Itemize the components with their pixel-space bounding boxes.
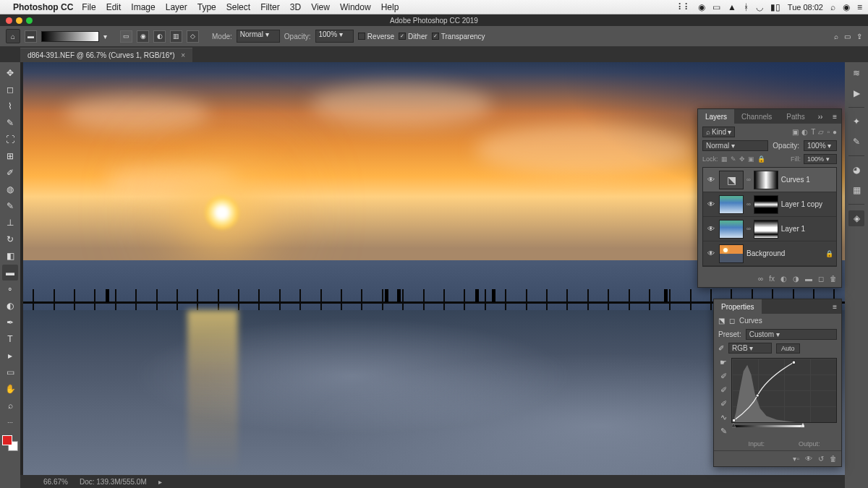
foreground-color[interactable]	[2, 435, 12, 445]
spotlight-icon[interactable]: ⌕	[830, 2, 835, 12]
share-icon[interactable]: ⇪	[856, 33, 862, 40]
lock-paint-icon[interactable]: ✎	[731, 155, 736, 163]
display-icon[interactable]: ▭	[712, 2, 720, 12]
path-select-tool[interactable]: ▸	[2, 348, 18, 364]
filter-adjust-icon[interactable]: ◐	[801, 128, 808, 136]
edit-toolbar-button[interactable]: ⋯	[2, 414, 18, 430]
dither-checkbox[interactable]: ✓Dither	[399, 33, 427, 40]
reverse-checkbox[interactable]: Reverse	[358, 33, 394, 40]
minimize-window-button[interactable]	[16, 17, 22, 24]
edit-points-icon[interactable]: ∿	[720, 413, 727, 422]
visibility-icon[interactable]: 👁	[706, 176, 716, 184]
layer-mask-thumb[interactable]	[754, 195, 778, 214]
mask-mode-icon[interactable]: ◻	[729, 317, 735, 325]
filter-type-icon[interactable]: T	[811, 128, 815, 136]
opacity-input[interactable]: 100% ▾	[315, 30, 354, 43]
menu-edit[interactable]: Edit	[106, 2, 122, 12]
color-swatches[interactable]	[2, 435, 18, 451]
curves-graph[interactable]	[731, 358, 837, 423]
link-icon[interactable]: ∞	[746, 226, 751, 232]
mask-icon[interactable]: ◐	[780, 275, 787, 283]
gradient-preview[interactable]	[41, 31, 99, 42]
eyedropper-icon[interactable]: ✐	[718, 344, 724, 352]
quick-select-tool[interactable]: ✎	[2, 115, 18, 131]
layer-thumb[interactable]	[719, 244, 744, 263]
layer-mask-thumb[interactable]	[754, 220, 778, 239]
gradient-dropdown-icon[interactable]: ▾	[103, 33, 107, 40]
reflected-gradient-button[interactable]: ▥	[170, 30, 182, 43]
cc-icon[interactable]: ◉	[698, 2, 705, 12]
layer-mask-thumb[interactable]	[754, 171, 778, 189]
swatches-panel-icon[interactable]: ▦	[848, 182, 864, 198]
eraser-tool[interactable]: ◧	[2, 248, 18, 264]
layer-filter-select[interactable]: ⌕ Kind ▾	[702, 127, 735, 137]
collapse-icon[interactable]: ››	[814, 113, 827, 121]
clip-icon[interactable]: ▾▫	[793, 455, 799, 463]
delete-layer-icon[interactable]: 🗑	[830, 275, 837, 283]
layer-row[interactable]: 👁 ⬔ ∞ Curves 1	[703, 168, 836, 192]
blend-mode-select[interactable]: Normal ▾	[237, 30, 280, 43]
battery-icon[interactable]: ▮▯	[770, 2, 780, 12]
link-icon[interactable]: ∞	[746, 176, 751, 183]
pen-tool[interactable]: ✒	[2, 314, 18, 330]
lock-trans-icon[interactable]: ▦	[721, 155, 728, 163]
zoom-window-button[interactable]	[26, 17, 33, 24]
frame-tool[interactable]: ⊞	[2, 148, 18, 164]
search-icon[interactable]: ⌕	[834, 33, 838, 40]
menu-file[interactable]: File	[82, 2, 95, 12]
menu-image[interactable]: Image	[131, 2, 155, 12]
menu-3d[interactable]: 3D	[290, 2, 301, 12]
marquee-tool[interactable]: ◻	[2, 82, 18, 98]
close-window-button[interactable]	[6, 17, 12, 24]
layers-panel-icon[interactable]: ◈	[848, 210, 864, 226]
close-tab-icon[interactable]: ×	[181, 51, 185, 59]
dropbox-icon[interactable]: ⠇⠇	[678, 2, 691, 12]
visibility-icon[interactable]: 👁	[706, 225, 716, 233]
eyedropper-tool[interactable]: ✐	[2, 165, 18, 181]
document-tab[interactable]: d864-391.NEF @ 66.7% (Curves 1, RGB/16*)…	[20, 48, 192, 62]
fx-icon[interactable]: fx	[769, 275, 775, 283]
app-menu[interactable]: Photoshop CC	[13, 2, 73, 12]
panel-menu-icon[interactable]: ≡	[828, 303, 841, 311]
shape-tool[interactable]: ▭	[2, 364, 18, 380]
layer-name[interactable]: Layer 1	[781, 225, 833, 233]
healing-tool[interactable]: ◍	[2, 181, 18, 197]
home-button[interactable]: ⌂	[6, 29, 20, 43]
gradient-tool[interactable]: ▬	[2, 265, 18, 281]
brushes-panel-icon[interactable]: ✦	[848, 114, 864, 129]
filter-toggle-icon[interactable]: ●	[833, 128, 837, 136]
layer-thumb[interactable]	[719, 220, 744, 239]
menu-help[interactable]: Help	[381, 2, 399, 12]
draw-curve-icon[interactable]: ✎	[720, 427, 727, 436]
lock-all-icon[interactable]: 🔒	[757, 155, 765, 163]
layer-fill-input[interactable]: 100% ▾	[804, 154, 837, 164]
stamp-tool[interactable]: ⊥	[2, 215, 18, 231]
move-tool[interactable]: ✥	[2, 65, 18, 81]
channel-select[interactable]: RGB ▾	[728, 343, 772, 354]
type-tool[interactable]: T	[2, 331, 18, 347]
menu-layer[interactable]: Layer	[166, 2, 187, 12]
filter-smart-icon[interactable]: ▫	[827, 128, 830, 136]
gradient-tool-icon[interactable]: ▬	[25, 30, 37, 43]
siri-icon[interactable]: ◉	[843, 2, 850, 12]
color-panel-icon[interactable]: ◕	[848, 162, 864, 178]
history-panel-icon[interactable]: ≋	[848, 65, 864, 81]
wifi-icon[interactable]: ◡	[756, 2, 763, 12]
channels-tab[interactable]: Channels	[734, 109, 779, 124]
layer-thumb[interactable]	[719, 195, 744, 214]
new-layer-icon[interactable]: ◻	[818, 275, 824, 283]
zoom-tool[interactable]: ⌕	[2, 398, 18, 414]
notification-icon[interactable]: ≡	[857, 2, 862, 12]
link-icon[interactable]: ∞	[746, 201, 751, 207]
diamond-gradient-button[interactable]: ◇	[187, 30, 199, 43]
gray-point-icon[interactable]: ✐	[720, 385, 727, 395]
target-adjust-icon[interactable]: ☛	[720, 358, 727, 367]
layer-row[interactable]: 👁 ∞ Layer 1	[703, 217, 836, 241]
paths-tab[interactable]: Paths	[779, 109, 812, 124]
adjustment-icon[interactable]: ◑	[793, 275, 799, 283]
delete-adj-icon[interactable]: 🗑	[830, 455, 837, 463]
auto-button[interactable]: Auto	[776, 343, 800, 354]
doc-size[interactable]: Doc: 139.3M/555.0M	[80, 478, 147, 486]
actions-panel-icon[interactable]: ▶	[848, 85, 864, 101]
preset-select[interactable]: Custom ▾	[746, 329, 837, 340]
